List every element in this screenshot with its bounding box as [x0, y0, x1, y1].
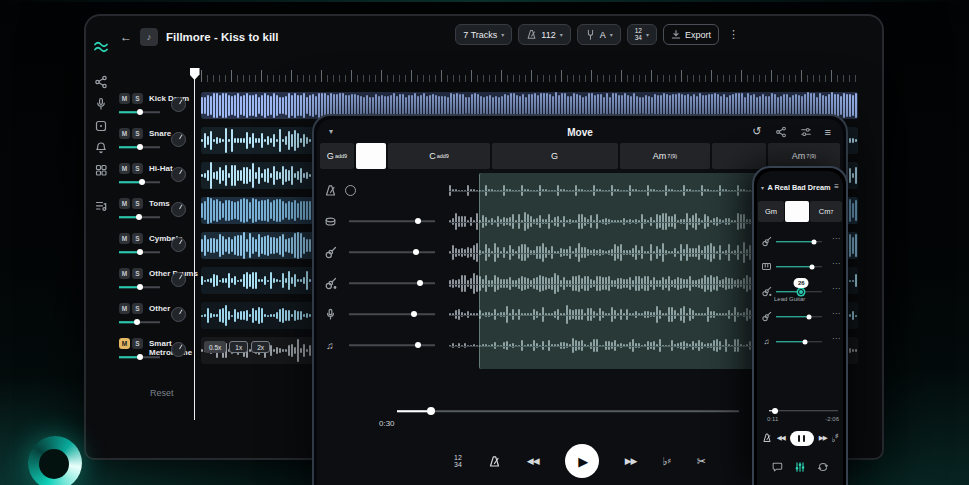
pan-knob[interactable] [171, 167, 186, 182]
more-options-icon[interactable]: ⋯ [832, 234, 840, 243]
chord-cell[interactable]: Am7(9) [620, 143, 710, 169]
speed-chip[interactable]: 2x [251, 341, 270, 353]
tracks-dropdown[interactable]: 7 Tracks ▾ [455, 24, 512, 45]
volume-slider[interactable] [119, 213, 160, 221]
loop-icon[interactable] [817, 459, 829, 477]
setlist-icon[interactable] [93, 198, 109, 214]
mic-icon[interactable] [93, 96, 109, 112]
solo-button[interactable]: S [132, 303, 143, 314]
pitch-button[interactable]: ♭♯ [832, 433, 839, 444]
pan-knob[interactable] [171, 132, 186, 147]
count-in-dropdown[interactable]: 1234 ▾ [627, 24, 657, 45]
volume-slider[interactable] [119, 248, 160, 256]
chord-cell[interactable]: Cadd9 [388, 143, 490, 169]
track-volume-slider[interactable] [349, 248, 435, 256]
key-dropdown[interactable]: A ▾ [577, 24, 621, 45]
chord-cell[interactable] [712, 143, 766, 169]
track-volume-slider[interactable] [776, 313, 822, 320]
chord-cell[interactable]: Gm [758, 201, 784, 222]
lyrics-chat-icon[interactable] [771, 459, 783, 477]
library-icon[interactable] [93, 118, 109, 134]
play-button[interactable]: ▶ [565, 444, 599, 478]
share-icon[interactable] [775, 126, 787, 138]
mute-button[interactable]: M [119, 338, 130, 349]
mute-button[interactable]: M [119, 128, 130, 139]
trim-button[interactable]: ✂ [697, 455, 706, 468]
more-options-icon[interactable]: ⋯ [832, 334, 840, 343]
notes-icon[interactable]: ♫ [323, 338, 337, 352]
chord-cell-selected[interactable] [785, 201, 809, 222]
track-volume-slider[interactable] [349, 341, 435, 349]
pan-knob[interactable] [171, 342, 186, 357]
count-in-button[interactable]: 1234 [454, 454, 462, 468]
seek-bar[interactable] [769, 407, 838, 414]
track-volume-slider[interactable]: 26 [776, 288, 822, 295]
metronome-knob[interactable] [345, 185, 356, 196]
pan-knob[interactable] [171, 237, 186, 252]
volume-slider[interactable] [119, 318, 160, 326]
volume-slider[interactable] [119, 353, 160, 361]
metronome-icon[interactable] [323, 183, 337, 197]
keys-icon[interactable] [761, 261, 772, 272]
solo-button[interactable]: S [132, 93, 143, 104]
undo-icon[interactable]: ↺ [752, 125, 761, 138]
volume-slider[interactable] [119, 143, 160, 151]
more-options-icon[interactable]: ⋯ [832, 259, 840, 268]
share-icon[interactable] [93, 74, 109, 90]
bpm-dropdown[interactable]: 112 ▾ [518, 24, 570, 45]
timeline-ruler[interactable] [201, 68, 857, 82]
lead-guitar-icon[interactable] [761, 286, 772, 297]
pitch-button[interactable]: ♭♯ [663, 455, 671, 468]
pan-knob[interactable] [171, 272, 186, 287]
pause-button[interactable] [790, 431, 814, 446]
mixer-tab-icon[interactable] [794, 459, 806, 477]
volume-slider[interactable] [119, 108, 160, 116]
volume-slider[interactable] [119, 283, 160, 291]
export-button[interactable]: Export [663, 24, 719, 45]
rewind-button[interactable]: ◀◀ [527, 456, 539, 466]
pan-knob[interactable] [171, 307, 186, 322]
notes-icon[interactable]: ♫ [761, 336, 772, 347]
track-volume-slider[interactable] [776, 238, 822, 245]
back-button[interactable]: ← [120, 30, 132, 44]
volume-slider[interactable] [119, 178, 160, 186]
bass-icon[interactable] [323, 276, 337, 290]
mute-button[interactable]: M [119, 233, 130, 244]
chord-cell[interactable]: G [492, 143, 618, 169]
chord-cell[interactable]: Gadd9 [320, 143, 354, 169]
mute-button[interactable]: M [119, 198, 130, 209]
rewind-button[interactable]: ◀◀ [777, 434, 785, 442]
more-menu-button[interactable]: ⋮ [725, 28, 742, 41]
guitar-icon[interactable] [323, 245, 337, 259]
chord-cell[interactable]: Cm7 [810, 201, 842, 222]
more-options-icon[interactable]: ⋯ [832, 284, 840, 293]
mute-button[interactable]: M [119, 303, 130, 314]
forward-button[interactable]: ▶▶ [819, 434, 827, 442]
solo-button[interactable]: S [132, 198, 143, 209]
bass-icon[interactable] [761, 311, 772, 322]
mute-button[interactable]: M [119, 93, 130, 104]
more-options-icon[interactable]: ⋯ [832, 309, 840, 318]
chord-cell-selected[interactable] [356, 143, 386, 169]
solo-button[interactable]: S [132, 233, 143, 244]
metronome-button[interactable] [488, 455, 501, 468]
move-selection-region[interactable] [479, 173, 781, 369]
speed-chip[interactable]: 1x [229, 341, 248, 353]
menu-icon[interactable]: ≡ [834, 182, 839, 191]
speed-chip[interactable]: 0.5x [204, 341, 226, 353]
solo-button[interactable]: S [132, 163, 143, 174]
menu-icon[interactable]: ≡ [825, 126, 831, 138]
track-volume-slider[interactable] [776, 338, 822, 345]
collapse-button[interactable]: ▾ [761, 184, 764, 191]
track-volume-slider[interactable] [349, 310, 435, 318]
track-volume-slider[interactable] [349, 217, 435, 225]
drums-icon[interactable] [323, 214, 337, 228]
vocals-icon[interactable] [323, 307, 337, 321]
track-volume-slider[interactable] [349, 279, 435, 287]
solo-button[interactable]: S [132, 338, 143, 349]
pan-knob[interactable] [171, 202, 186, 217]
solo-button[interactable]: S [132, 128, 143, 139]
reset-button[interactable]: Reset [150, 388, 174, 398]
guitar-icon[interactable] [761, 236, 772, 247]
track-volume-slider[interactable] [776, 263, 822, 270]
